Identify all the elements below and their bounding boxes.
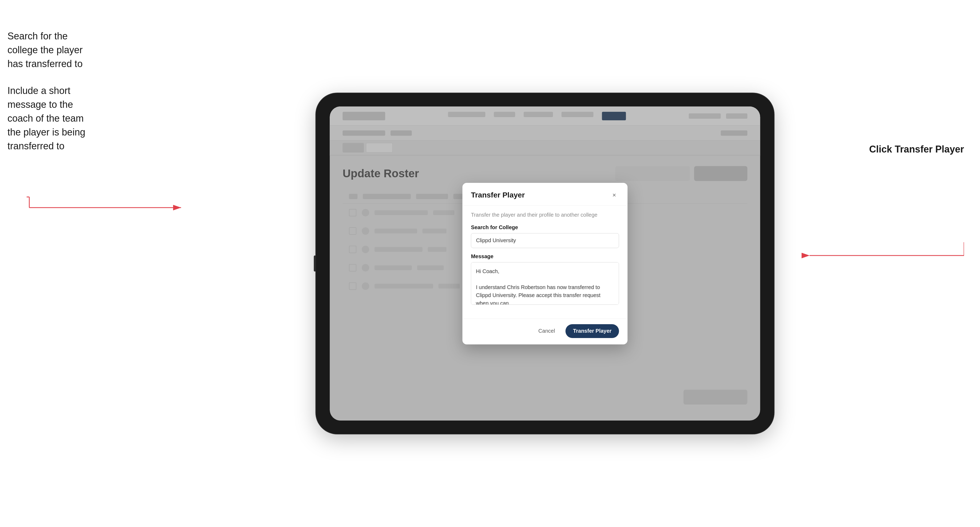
- annotation-text-1: Search for the college the player has tr…: [8, 29, 98, 71]
- cancel-button[interactable]: Cancel: [532, 324, 562, 338]
- modal-description: Transfer the player and their profile to…: [471, 212, 619, 218]
- message-label: Message: [471, 253, 619, 259]
- annotation-left: Search for the college the player has tr…: [8, 29, 98, 166]
- modal-header: Transfer Player ×: [462, 183, 627, 205]
- search-college-input[interactable]: [471, 233, 619, 248]
- modal-footer: Cancel Transfer Player: [462, 319, 627, 344]
- arrow-right: [778, 234, 964, 266]
- transfer-player-button[interactable]: Transfer Player: [566, 324, 619, 338]
- annotation-text-2: Include a short message to the coach of …: [8, 84, 98, 153]
- message-group: Message Hi Coach, I understand Chris Rob…: [471, 253, 619, 306]
- annotation-right: Click Transfer Player: [869, 144, 964, 155]
- modal-overlay: Transfer Player × Transfer the player an…: [330, 106, 760, 421]
- modal-title: Transfer Player: [471, 191, 525, 199]
- search-college-label: Search for College: [471, 224, 619, 230]
- transfer-player-modal: Transfer Player × Transfer the player an…: [462, 183, 627, 344]
- modal-close-button[interactable]: ×: [609, 190, 619, 200]
- annotation-right-prefix: Click: [869, 144, 895, 155]
- tablet-screen: Update Roster: [330, 106, 760, 421]
- annotation-right-bold: Transfer Player: [895, 144, 964, 155]
- search-college-group: Search for College: [471, 224, 619, 248]
- modal-body: Transfer the player and their profile to…: [462, 205, 627, 319]
- tablet-outer: Update Roster: [316, 93, 774, 434]
- message-textarea[interactable]: Hi Coach, I understand Chris Robertson h…: [471, 262, 619, 305]
- arrow-left: [27, 192, 186, 213]
- tablet-frame: Update Roster: [316, 93, 774, 434]
